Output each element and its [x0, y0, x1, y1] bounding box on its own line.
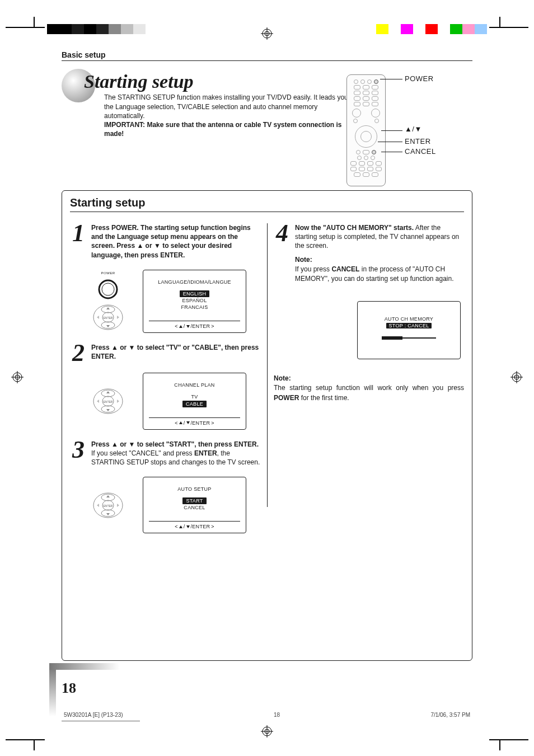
svg-marker-35 — [117, 400, 119, 403]
page-number: 18 — [62, 680, 76, 697]
step-3: 3 Press ▲ or ▼ to select "START", then p… — [70, 440, 260, 467]
step-number: 2 — [70, 343, 87, 363]
osd-list: START CANCEL — [149, 497, 240, 511]
color-bar-grayscale — [47, 24, 170, 34]
step-2-figure: ENTER CHANNEL PLAN TV CABLE — [90, 373, 260, 429]
osd-hint: <//ENTER> — [149, 321, 240, 329]
step-number: 3 — [70, 440, 87, 467]
dpad-icon: ENTER — [92, 388, 124, 415]
remote-illustration: POWER ▲/▼ ENTER CANCEL — [346, 71, 472, 189]
osd-title: AUTO SETUP — [149, 486, 240, 492]
osd-list: ENGLISH ESPAÑOL FRANCAIS — [149, 290, 240, 311]
osd-hint: <//ENTER> — [149, 417, 240, 426]
remote-label-enter: ENTER — [405, 137, 431, 145]
osd-panel-auto-setup: AUTO SETUP START CANCEL <//ENTER> — [143, 477, 246, 533]
note-label: Note: — [274, 374, 464, 383]
procedure-box: Starting setup 1 Press POWER. The starti… — [62, 190, 472, 661]
step-sub: If you select "CANCEL" and press ENTER, … — [91, 449, 260, 466]
registration-mark-icon — [510, 371, 523, 386]
svg-text:ENTER: ENTER — [104, 316, 113, 320]
remote-dpad-icon — [355, 125, 377, 148]
svg-marker-20 — [106, 307, 110, 309]
registration-mark-icon — [261, 27, 273, 40]
note-label: Note: — [295, 255, 464, 265]
svg-marker-22 — [106, 325, 110, 327]
step-number: 1 — [70, 223, 87, 260]
osd-panel-auto-ch-memory: AUTO CH MEMORY STOP : CANCEL — [357, 301, 461, 359]
step-1-figure: POWER ENTER — [90, 270, 260, 333]
osd-item: CANCEL — [149, 504, 240, 511]
svg-marker-25 — [97, 316, 99, 319]
svg-marker-29 — [106, 391, 110, 393]
crop-marks-bottom — [0, 722, 534, 756]
osd-item: TV — [149, 393, 240, 400]
remote-label-power: POWER — [405, 74, 434, 83]
power-button-icon — [97, 278, 119, 300]
svg-marker-43 — [97, 504, 99, 507]
procedure-left-column: 1 Press POWER. The starting setup functi… — [70, 223, 267, 652]
note-text: The starting setup function will work on… — [274, 384, 464, 401]
osd-hint: <//ENTER> — [149, 521, 240, 529]
step-lead: Press ▲ or ▼ to select "TV" or "CABLE", … — [91, 344, 259, 360]
osd-item-selected: ENGLISH — [180, 290, 210, 297]
intro-body: The STARTING SETUP function makes instal… — [104, 93, 348, 119]
page-title: Starting setup — [84, 71, 350, 92]
procedure-right-column: 4 Now the "AUTO CH MEMORY" starts. After… — [267, 223, 464, 652]
osd-subtitle: STOP : CANCEL — [386, 323, 431, 328]
step-4: 4 Now the "AUTO CH MEMORY" starts. After… — [274, 223, 464, 284]
svg-point-17 — [102, 283, 114, 295]
svg-marker-38 — [106, 495, 110, 497]
svg-marker-34 — [97, 400, 99, 403]
registration-mark-icon — [11, 371, 24, 386]
step-number: 4 — [274, 223, 291, 284]
svg-marker-26 — [117, 316, 119, 319]
remote-label-arrows: ▲/▼ — [405, 125, 422, 133]
dpad-icon: ENTER — [92, 492, 124, 519]
osd-title: LANGUAGE/IDIOMA/LANGUE — [149, 279, 240, 285]
footer-meta: 5W30201A [E] (P13-23) 18 7/1/06, 3:57 PM — [62, 712, 472, 718]
column-divider — [267, 223, 268, 507]
osd-item-selected: START — [182, 497, 206, 504]
intro-important: IMPORTANT: Make sure that the antenna or… — [104, 121, 342, 138]
osd-item: ESPAÑOL — [149, 297, 240, 304]
section-header: Basic setup — [62, 50, 472, 61]
dpad-icon: ENTER — [92, 304, 124, 331]
footer-date: 7/1/06, 3:57 PM — [430, 712, 470, 718]
svg-marker-31 — [106, 409, 110, 411]
osd-list: TV CABLE — [149, 393, 240, 407]
osd-title: CHANNEL PLAN — [149, 382, 240, 388]
progress-bar-icon — [382, 336, 437, 340]
osd-item-selected: CABLE — [182, 401, 207, 407]
footer-rule — [62, 721, 140, 721]
step-2: 2 Press ▲ or ▼ to select "TV" or "CABLE"… — [70, 343, 260, 363]
svg-text:ENTER: ENTER — [104, 504, 113, 508]
osd-panel-language: LANGUAGE/IDIOMA/LANGUE ENGLISH ESPAÑOL F… — [143, 270, 246, 333]
power-label: POWER — [101, 271, 115, 275]
procedure-title: Starting setup — [70, 196, 464, 209]
step-3-figure: ENTER AUTO SETUP START CANCEL — [90, 477, 260, 533]
up-triangle-icon — [179, 325, 182, 328]
down-triangle-icon — [186, 525, 190, 528]
page-edge-decoration — [49, 666, 56, 722]
footer-file: 5W30201A [E] (P13-23) — [64, 712, 123, 718]
step-1: 1 Press POWER. The starting setup functi… — [70, 223, 260, 260]
registration-mark-icon — [261, 725, 273, 738]
down-triangle-icon — [186, 421, 190, 424]
section-header-text: Basic setup — [62, 50, 106, 59]
osd-item: FRANCAIS — [149, 304, 240, 311]
bottom-note: Note: The starting setup function will w… — [274, 374, 464, 403]
note-text: If you press CANCEL in the process of "A… — [295, 265, 454, 283]
remote-body-icon — [346, 74, 386, 186]
footer-page: 18 — [274, 712, 280, 718]
osd-panel-channel-plan: CHANNEL PLAN TV CABLE <//ENTER> — [143, 373, 246, 429]
svg-marker-40 — [106, 513, 110, 515]
remote-label-cancel: CANCEL — [405, 147, 436, 156]
step-lead: Now the "AUTO CH MEMORY" starts. — [295, 224, 414, 232]
svg-text:ENTER: ENTER — [104, 400, 113, 403]
up-triangle-icon — [179, 525, 182, 528]
up-triangle-icon — [179, 421, 182, 424]
down-triangle-icon — [186, 325, 190, 328]
step-lead: Press ▲ or ▼ to select "START", then pre… — [91, 440, 259, 448]
procedure-title-rule — [70, 212, 464, 212]
step-lead: Press POWER. — [91, 224, 139, 232]
